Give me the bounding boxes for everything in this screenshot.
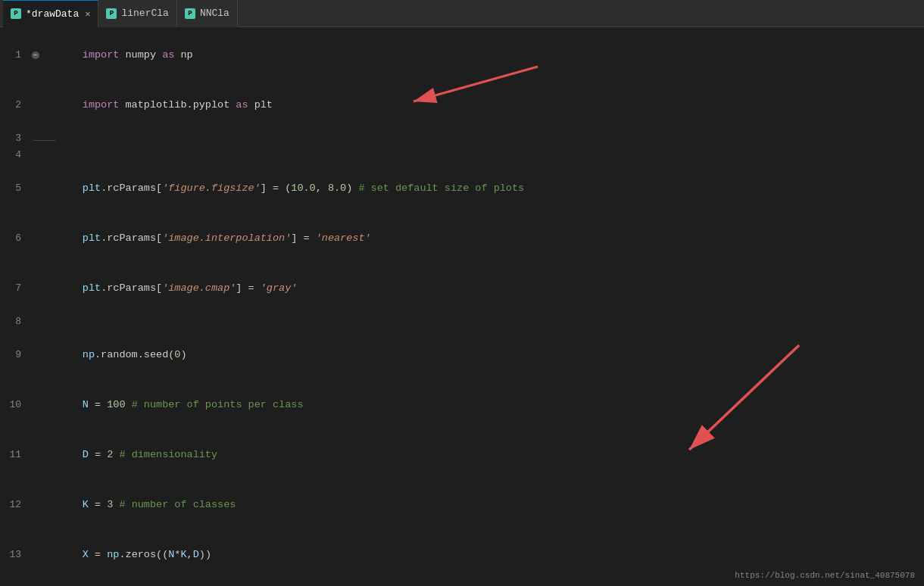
code-line-5: 5 plt.rcParams['figure.figsize'] = (10.0… (0, 164, 924, 214)
tab-linerCla[interactable]: P linerCla (98, 0, 176, 27)
code-line-14: 14 y = np.zeros(N*K, dtype='uint8') (0, 580, 924, 586)
code-line-11: 11 D = 2 # dimensionality (0, 430, 924, 480)
tab-close-drawData[interactable]: ✕ (85, 8, 90, 20)
tab-drawData[interactable]: P *drawData ✕ (3, 0, 98, 27)
tab-NNCla[interactable]: P NNCla (177, 0, 238, 27)
line-content-9: np.random.seed(0) (30, 330, 924, 380)
code-area: 1 − import numpy as np 2 import matplotl… (0, 27, 924, 586)
code-line-3: 3 (0, 130, 924, 147)
tab-bar: P *drawData ✕ P linerCla P NNCla (0, 0, 924, 27)
line-content-1: import numpy as np (30, 30, 924, 80)
line-num-11: 11 (0, 447, 30, 463)
tab-label-drawData: *drawData (26, 8, 79, 20)
line-content-10: N = 100 # number of points per class (30, 380, 924, 430)
line-content-7: plt.rcParams['image.cmap'] = 'gray' (30, 263, 924, 313)
line-num-6: 6 (0, 230, 30, 247)
code-line-7: 7 plt.rcParams['image.cmap'] = 'gray' (0, 263, 924, 313)
tab-icon-linerCla: P (106, 8, 117, 19)
tab-icon-drawData: P (11, 8, 21, 19)
code-line-1: 1 − import numpy as np (0, 30, 924, 80)
line-content-6: plt.rcParams['image.interpolation'] = 'n… (30, 214, 924, 263)
code-line-9: 9 np.random.seed(0) (0, 330, 924, 380)
code-line-8: 8 (0, 313, 924, 330)
line-num-4: 4 (0, 147, 30, 164)
line-content-5: plt.rcParams['figure.figsize'] = (10.0, … (30, 164, 924, 214)
line-num-5: 5 (0, 180, 30, 197)
code-line-10: 10 N = 100 # number of points per class (0, 380, 924, 430)
url-link: https://blog.csdn.net/sinat_40875078 (735, 571, 915, 580)
line-num-8: 8 (0, 313, 30, 330)
line-content-12: K = 3 # number of classes (30, 480, 924, 530)
code-line-12: 12 K = 3 # number of classes (0, 480, 924, 530)
line-content-14: y = np.zeros(N*K, dtype='uint8') (30, 580, 924, 586)
code-line-4: 4 (0, 147, 924, 164)
code-line-6: 6 plt.rcParams['image.interpolation'] = … (0, 214, 924, 263)
line-num-2: 2 (0, 97, 30, 114)
line-num-13: 13 (0, 547, 30, 563)
line-num-7: 7 (0, 280, 30, 297)
line-num-10: 10 (0, 397, 30, 413)
collapse-marker-1[interactable]: − (32, 51, 39, 59)
line-num-12: 12 (0, 497, 30, 513)
tab-label-NNCla: NNCla (200, 8, 229, 19)
line-content-3 (30, 130, 924, 147)
line-content-11: D = 2 # dimensionality (30, 430, 924, 480)
line-content-2: import matplotlib.pyplot as plt (30, 80, 924, 130)
line-num-1: 1 − (0, 47, 30, 64)
line-num-9: 9 (0, 347, 30, 363)
tab-label-linerCla: linerCla (121, 8, 168, 19)
line-num-3: 3 (0, 130, 30, 147)
code-line-2: 2 import matplotlib.pyplot as plt (0, 80, 924, 130)
tab-icon-NNCla: P (185, 8, 195, 19)
